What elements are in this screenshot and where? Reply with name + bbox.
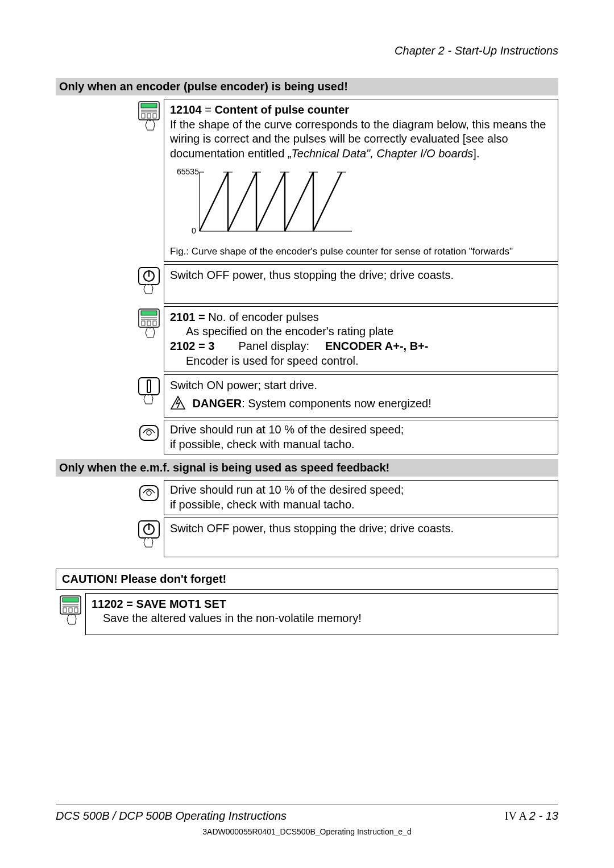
row-switch-off-2: Switch OFF power, thus stopping the driv… [134,518,558,557]
svg-rect-30 [140,486,158,500]
save-param: 11202 = SAVE MOT1 SET [92,597,552,612]
svg-rect-26 [147,380,151,393]
param-2102-sub: Encoder is used for speed control. [170,354,359,369]
footer-page-number: 2 - 13 [529,809,558,822]
footer-docid: 3ADW000055R0401_DCS500B_Operating Instru… [0,827,614,836]
encoder-sawtooth-chart: 65535 0 [176,164,552,242]
danger-triangle-icon [170,395,186,414]
power-off-icon [137,520,161,549]
caution-label: CAUTION! [62,573,118,585]
svg-rect-28 [140,425,158,440]
caution-text: Please don't forget! [121,573,226,585]
param-2101-desc: No. of encoder pulses [208,311,319,323]
power-on-icon [137,377,161,406]
control-panel-icon [136,101,161,133]
speed-line2a: if possible, check with manual tacho. [170,437,552,452]
power-off-icon [137,266,161,296]
section-encoder-header: Only when an encoder (pulse encoder) is … [56,78,558,95]
svg-rect-40 [69,608,72,612]
svg-rect-36 [63,598,78,602]
speed-line1b: Drive should run at 10 % of the desired … [170,483,552,498]
row-save: 11202 = SAVE MOT1 SET Save the altered v… [56,593,558,635]
footer-doc-title: DCS 500B / DCP 500B Operating Instructio… [56,809,287,823]
footer-main: DCS 500B / DCP 500B Operating Instructio… [56,809,558,823]
row-encoder-params: 2101 = No. of encoder pulses As specifie… [134,306,558,372]
svg-rect-1 [141,103,157,108]
box1-doc-ref: Technical Data", Chapter I/O boards [291,147,473,160]
param-2101: 2101 = [170,311,208,323]
footer-right-prefix: IV A [505,809,529,822]
switch-off-text-1: Switch OFF power, thus stopping the driv… [170,269,454,281]
danger-label: DANGER [193,397,242,410]
row-switch-off-1: Switch OFF power, thus stopping the driv… [134,264,558,304]
row-check-speed-2: Drive should run at 10 % of the desired … [134,480,558,515]
svg-rect-39 [63,608,67,612]
svg-point-31 [147,491,151,495]
svg-rect-4 [142,114,145,118]
svg-rect-19 [141,311,157,315]
param-2101-sub: As specified on the encoder's rating pla… [170,324,393,339]
ytick-min: 0 [192,226,196,235]
eq: = [202,103,215,116]
panel-display-label: Panel display: [238,340,309,352]
svg-rect-5 [147,114,151,118]
speed-line2b: if possible, check with manual tacho. [170,498,552,512]
watch-icon [138,422,160,445]
control-panel-icon [136,308,161,340]
box1-text-close: ]. [473,147,479,160]
param-2102: 2102 = 3 [170,340,214,352]
watch-icon [138,482,160,505]
caution-box: CAUTION! Please don't forget! [56,569,558,590]
svg-rect-23 [147,321,151,326]
row-check-speed-1: Drive should run at 10 % of the desired … [134,420,558,454]
danger-text: : System components now energized! [242,397,432,410]
speed-line1a: Drive should run at 10 % of the desired … [170,423,552,437]
panel-display-value: ENCODER A+-, B+- [325,340,429,352]
switch-on-text: Switch ON power; start drive. [170,378,552,393]
row-switch-on: Switch ON power; start drive. DANGER: Sy… [134,374,558,418]
svg-rect-41 [74,608,78,612]
section-emf-header: Only when the e.m.f. signal is being use… [56,459,558,477]
row-pulse-counter: 12104 = Content of pulse counter If the … [134,99,558,262]
chapter-header: Chapter 2 - Start-Up Instructions [56,44,558,57]
switch-off-text-2: Switch OFF power, thus stopping the driv… [170,522,454,535]
control-panel-icon [58,595,83,627]
chart-caption: Fig.: Curve shape of the encoder's pulse… [170,245,552,258]
svg-rect-22 [142,321,145,326]
svg-point-29 [147,431,151,435]
ytick-max: 65535 [177,167,199,176]
param-12104: 12104 [170,103,202,116]
footer-divider [56,804,558,804]
param-12104-title: Content of pulse counter [214,103,349,116]
save-text: Save the altered values in the non-volat… [92,611,362,626]
svg-rect-24 [153,321,156,326]
svg-rect-6 [153,114,156,118]
